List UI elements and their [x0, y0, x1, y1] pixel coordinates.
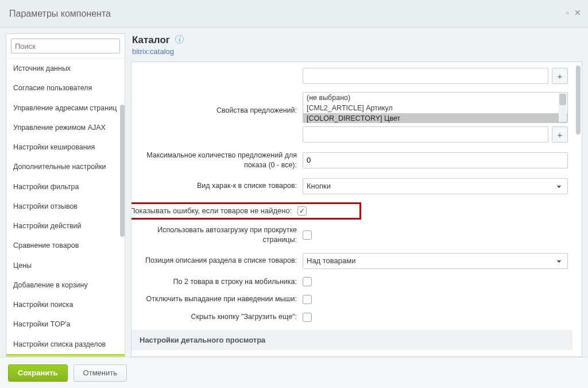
show-error-checkbox[interactable] [297, 206, 307, 216]
sidebar-item[interactable]: Цены [6, 256, 125, 275]
select-option[interactable]: [CML2_ARTICLE] Артикул [303, 103, 567, 113]
multiselect-scrollbar-thumb[interactable] [559, 94, 566, 105]
sidebar-item[interactable]: Согласие пользователя [6, 78, 125, 98]
field-label: Максимальное количество предложений для … [131, 151, 303, 170]
component-code: bitrix:catalog [132, 47, 582, 56]
sidebar-item[interactable]: Настройки TOP'а [6, 314, 125, 334]
sidebar-item[interactable]: Управление режимом AJAX [6, 118, 125, 137]
sidebar: Источник данных Согласие пользователя Уп… [6, 33, 125, 357]
field-label: Использовать автозагрузку при прокрутке … [131, 225, 303, 245]
offer-properties-extra-input[interactable] [303, 126, 548, 143]
sidebar-item[interactable]: Настройки поиска [6, 295, 125, 314]
field-label: Отключить выпадание при наведении мыши: [131, 294, 303, 304]
field-label: По 2 товара в строку на мобильника: [131, 277, 303, 287]
content-panel: + Свойства предложений: (не выбрано) [CM… [131, 62, 582, 357]
content-scrollbar-thumb[interactable] [576, 66, 581, 135]
disable-hover-checkbox[interactable] [303, 295, 312, 304]
sidebar-item[interactable]: Дополнительные настройки [6, 157, 125, 176]
sidebar-item[interactable]: Настройки кеширования [6, 137, 125, 157]
add-button[interactable]: + [552, 68, 568, 84]
footer: Сохранить Отменить [0, 357, 588, 388]
autoload-checkbox[interactable] [303, 231, 312, 240]
hide-load-more-checkbox[interactable] [303, 313, 312, 322]
page-title: Каталог [132, 34, 170, 46]
extra-input-top[interactable] [303, 68, 548, 84]
offer-properties-select[interactable]: (не выбрано) [CML2_ARTICLE] Артикул [COL… [303, 92, 568, 123]
field-label: Позиция описания раздела в списке товаро… [131, 256, 303, 266]
spec-view-select[interactable]: Кнопки [303, 178, 568, 194]
section-header-detail[interactable]: Настройки детального просмотра [131, 330, 572, 350]
field-label: Показывать ошибку, если товаров не найде… [131, 206, 297, 215]
sidebar-item[interactable]: Сравнение товаров [6, 236, 125, 255]
save-button[interactable]: Сохранить [8, 364, 68, 382]
sidebar-item[interactable]: Настройки фильтра [6, 177, 125, 197]
field-label: Скрыть кнопку "Загрузить еще": [131, 312, 303, 322]
sidebar-item[interactable]: Настройки отзывов [6, 197, 125, 216]
sidebar-item[interactable]: Добавление в корзину [6, 275, 125, 295]
close-icon[interactable]: ✕ [574, 8, 581, 17]
sidebar-item[interactable]: Источник данных [6, 59, 125, 78]
two-per-row-checkbox[interactable] [303, 277, 312, 286]
max-offers-input[interactable] [303, 152, 568, 168]
main-header: Каталог i bitrix:catalog [131, 33, 582, 62]
select-option-selected[interactable]: [COLOR_DIRECTORY] Цвет [303, 113, 567, 123]
desc-position-select[interactable]: Над товарами [303, 253, 568, 269]
sidebar-item[interactable]: Настройки действий [6, 216, 125, 236]
search-input[interactable] [11, 39, 120, 53]
titlebar: Параметры компонента ▫ ✕ [0, 0, 588, 28]
highlighted-row: Показывать ошибку, если товаров не найде… [131, 202, 361, 220]
sidebar-scrollbar-thumb[interactable] [120, 105, 125, 237]
sidebar-nav: Источник данных Согласие пользователя Уп… [6, 59, 125, 356]
field-label: Свойства предложений: [131, 92, 303, 116]
sidebar-item[interactable]: Управление адресами страниц [6, 98, 125, 118]
window-title: Параметры компонента [9, 9, 111, 19]
sidebar-item-active[interactable]: Настройки списка [6, 354, 125, 356]
cancel-button[interactable]: Отменить [74, 364, 127, 382]
sidebar-item[interactable]: Настройки списка разделов [6, 335, 125, 354]
minimize-icon[interactable]: ▫ [566, 8, 568, 17]
add-button[interactable]: + [552, 126, 568, 143]
select-option[interactable]: (не выбрано) [303, 93, 567, 103]
field-label: Вид харак-к в списке товаров: [131, 181, 303, 191]
info-icon[interactable]: i [175, 35, 184, 44]
